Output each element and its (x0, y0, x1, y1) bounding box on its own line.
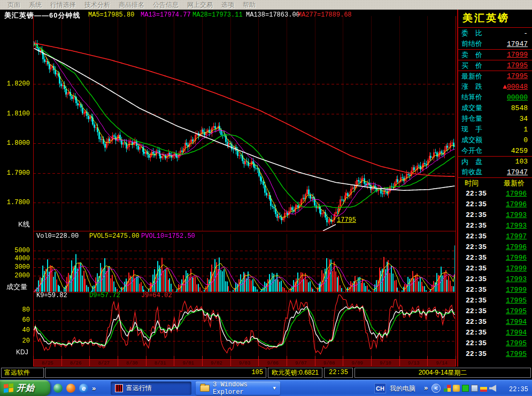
chart-canvas[interactable] (0, 10, 458, 367)
quote-value: 8548 (511, 104, 528, 112)
quote-row: 内 盘 103 (458, 156, 532, 167)
j-value-label: J9=64.02 (141, 292, 172, 299)
tick-time: 22:35 (466, 329, 487, 337)
quote-value: 17947 (507, 168, 528, 176)
system-tray (444, 385, 496, 392)
vol-value-label: Vol0=228.00 (36, 232, 79, 240)
quote-label: 前结价 (461, 39, 482, 49)
instrument-title: 美汇英镑 (458, 10, 532, 28)
tick-row: 22:35 17993 (458, 220, 532, 231)
status-bar: 富远软件 105 欧元英镑:0.6821 22:35 2004-9-14星期二 (0, 367, 532, 379)
y-axis-tick: 1.8100 (0, 110, 30, 118)
y-axis-tick: 1.7800 (0, 199, 30, 206)
y-axis-tick: 4000 (0, 255, 30, 262)
menu-item[interactable]: 公告信息 (149, 1, 183, 10)
green-square-tray-icon[interactable] (462, 385, 469, 392)
ma5-legend: MA5=17985.80 (88, 11, 134, 19)
menu-item[interactable]: 技术分析 (80, 1, 114, 10)
tick-price: 17993 (506, 222, 527, 230)
menu-item[interactable]: 系统 (25, 1, 46, 10)
quote-value: 1 (523, 126, 528, 134)
quote-label: 成交量 (461, 103, 482, 113)
quote-row: 前收盘 17947 (458, 167, 532, 177)
tick-time: 22:35 (466, 265, 487, 273)
tick-row: 22:35 17996 (458, 199, 532, 209)
y-axis-tick: 1.8000 (0, 139, 30, 147)
quote-rows: 委 比 - 前结价 17947 卖 价 17999 买 价 17995 最新价 … (458, 28, 532, 177)
ma138-legend: MA138=17863.00 (246, 11, 300, 19)
menu-item[interactable]: 页面 (3, 1, 25, 10)
tick-price: 17995 (506, 350, 527, 358)
quote-value: 17995 (507, 61, 528, 69)
desktop-toolbar-label[interactable]: 我的电脑 (390, 384, 415, 393)
hide-tray-icons-button[interactable]: < (431, 384, 441, 393)
quote-label: 内 盘 (461, 157, 482, 167)
tick-time: 22:35 (466, 190, 487, 198)
status-date-box: 2004-9-14星期二 (354, 368, 531, 378)
tick-time: 22:35 (466, 275, 487, 283)
quote-label: 现 手 (461, 125, 482, 134)
tick-price: 17996 (506, 190, 527, 198)
quote-row: 买 价 17995 (458, 60, 532, 71)
tick-row: 22:35 17995 (458, 338, 532, 348)
menu-item[interactable]: 网上交易 (183, 1, 217, 10)
tick-time: 22:35 (466, 339, 487, 347)
toolbar-overflow-chevron[interactable]: » (424, 384, 428, 392)
quote-panel: 美汇英镑 委 比 - 前结价 17947 卖 价 17999 买 价 17995 (457, 10, 532, 367)
tick-time: 22:35 (466, 350, 487, 358)
y-axis-tick: 2000 (0, 272, 30, 279)
y-axis-tick: 40 (0, 327, 30, 334)
taskbar-button-fuyuan[interactable]: 富远行情 (111, 382, 191, 395)
quote-label: 最新价 (461, 72, 482, 81)
k-value-label: K9=59.82 (36, 292, 67, 299)
tick-price-header: 最新价 (504, 178, 525, 188)
pvol10-label: PVOL10=1752.50 (141, 232, 195, 240)
tick-time: 22:35 (466, 222, 487, 230)
taskbar-clock[interactable]: 22:35 上 (509, 385, 532, 394)
windows-logo-icon (4, 383, 14, 393)
tick-row: 22:35 17993 (458, 209, 532, 220)
colorful-app-tray-icon[interactable] (480, 385, 487, 392)
quote-value: 17947 (507, 40, 528, 48)
quote-value: 4259 (511, 147, 528, 155)
grid-tray-icon[interactable] (444, 385, 451, 392)
quick-launch: » (53, 380, 96, 396)
quick-launch-overflow-chevron[interactable]: » (92, 384, 96, 392)
start-button[interactable]: 开始 (0, 380, 50, 396)
tick-row: 22:35 17996 (458, 252, 532, 263)
tick-time: 22:35 (466, 232, 487, 240)
kdj-panel-label: KDJ (16, 348, 28, 356)
tick-row: 22:35 17994 (458, 316, 532, 327)
tick-row: 22:35 17996 (458, 188, 532, 199)
menu-item[interactable]: 帮助 (238, 1, 260, 10)
internet-explorer-icon[interactable] (79, 384, 88, 393)
menu-item[interactable]: 选项 (217, 1, 238, 10)
quote-label: 持仓量 (461, 114, 482, 123)
taskbar-button-explorer-group[interactable]: 3 Windows Explorer ▼ (196, 382, 280, 395)
d-value-label: D9=57.72 (89, 292, 120, 299)
dropdown-arrow-icon: ▼ (273, 386, 276, 391)
language-indicator[interactable]: CH (374, 383, 386, 393)
quote-label: 前收盘 (461, 167, 482, 177)
media-player-icon[interactable] (66, 384, 75, 393)
chart-title: 美汇英镑——60分钟线 (4, 11, 80, 20)
quote-value: 17999 (507, 51, 528, 59)
menu-item[interactable]: 行情选择 (46, 1, 80, 10)
tick-price: 17995 (506, 339, 527, 347)
volume-tray-icon[interactable] (489, 385, 496, 392)
y-axis-tick: 60 (0, 316, 30, 324)
taskbar: 开始 » 富远行情 3 Windows Explorer ▼ CH 我的电脑 »… (0, 379, 532, 396)
y-axis-tick: 1.7900 (0, 169, 30, 177)
cross-rate-box: 欧元英镑:0.6821 (268, 368, 322, 378)
internet-globe-icon[interactable] (53, 384, 63, 393)
network-monitor-tray-icon[interactable] (471, 385, 478, 392)
menu-item[interactable]: 商品排名 (114, 1, 149, 10)
tick-row: 22:35 17995 (458, 348, 532, 359)
quote-row: 前结价 17947 (458, 38, 532, 49)
status-count-box: 105 (45, 368, 266, 378)
tick-price: 17997 (506, 232, 527, 240)
quote-row: 成交额 0 (458, 135, 532, 145)
tick-price: 17996 (506, 200, 527, 208)
volume-header: Vol0=228.00 PVOL5=2475.00 PVOL10=1752.50 (0, 232, 458, 239)
yellow-tray-icon[interactable] (453, 385, 460, 392)
